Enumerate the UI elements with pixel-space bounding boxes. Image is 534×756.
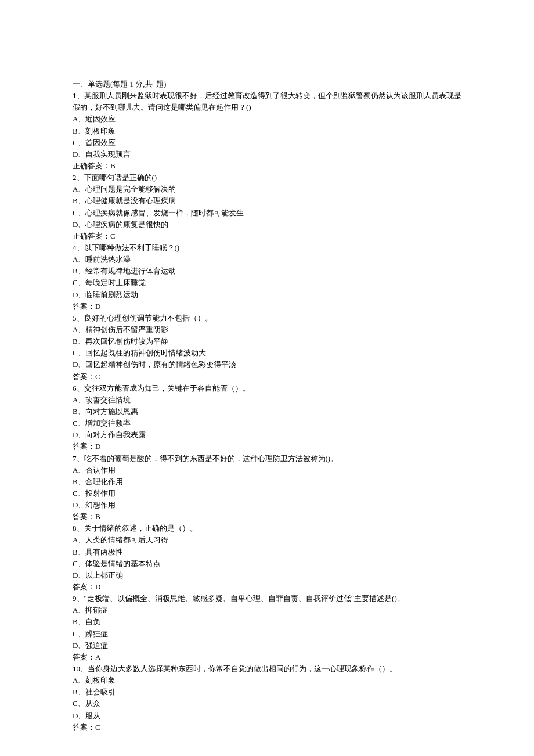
question-stem: 9、"走极端、以偏概全、消极思维、敏感多疑、自卑心理、自罪自责、自我评价过低"主… (73, 593, 461, 604)
question-answer: 答案：C (73, 722, 461, 733)
question-stem: 1、某服刑人员刚来监狱时表现很不好，后经过教育改造得到了很大转变，但个别监狱警察… (73, 90, 461, 113)
question-answer: 答案：C (73, 371, 461, 383)
question-option: A、睡前洗热水澡 (73, 254, 461, 265)
question-option: D、幻想作用 (73, 499, 461, 511)
question-option: A、刻板印象 (73, 675, 461, 686)
question-option: B、具有两极性 (73, 546, 461, 558)
question-option: C、从众 (73, 698, 461, 710)
question-option: C、增加交往频率 (73, 417, 461, 429)
question-option: C、投射作用 (73, 488, 461, 499)
question-option: C、体验是情绪的基本特点 (73, 558, 461, 570)
question-option: A、精神创伤后不留严重阴影 (73, 324, 461, 336)
question-answer: 正确答案：C (73, 231, 461, 242)
question-option: D、强迫症 (73, 640, 461, 651)
question-option: D、回忆起精神创伤时，原有的情绪色彩变得平淡 (73, 359, 461, 370)
question-option: B、社会吸引 (73, 686, 461, 698)
question-stem: 10、当你身边大多数人选择某种东西时，你常不自觉的做出相同的行为，这一心理现象称… (73, 663, 461, 675)
question-option: C、躁狂症 (73, 628, 461, 640)
question-answer: 答案：D (73, 301, 461, 312)
question-option: A、心理问题是完全能够解决的 (73, 183, 461, 195)
section-header: 一、单选题(每题 1 分,共 题) (73, 78, 461, 90)
question-answer: 正确答案：B (73, 160, 461, 172)
question-option: C、心理疾病就像感冒、发烧一样，随时都可能发生 (73, 207, 461, 219)
question-answer: 答案：D (73, 441, 461, 452)
question-stem: 4、以下哪种做法不利于睡眠？() (73, 242, 461, 254)
question-stem: 7、吃不着的葡萄是酸的，得不到的东西是不好的，这种心理防卫方法被称为()。 (73, 453, 461, 465)
question-option: A、人类的情绪都可后天习得 (73, 534, 461, 546)
question-option: A、改善交往情境 (73, 394, 461, 406)
question-answer: 答案：D (73, 581, 461, 593)
document-root: 一、单选题(每题 1 分,共 题)1、某服刑人员刚来监狱时表现很不好，后经过教育… (73, 78, 461, 733)
question-option: D、向对方作自我表露 (73, 429, 461, 441)
question-option: C、首因效应 (73, 137, 461, 149)
question-option: B、刻板印象 (73, 125, 461, 137)
question-option: D、临睡前剧烈运动 (73, 289, 461, 301)
question-option: C、回忆起既往的精神创伤时情绪波动大 (73, 347, 461, 359)
question-option: B、经常有规律地进行体育运动 (73, 265, 461, 277)
question-option: D、自我实现预言 (73, 149, 461, 160)
question-option: C、每晚定时上床睡觉 (73, 277, 461, 289)
question-option: B、合理化作用 (73, 476, 461, 488)
question-stem: 8、关于情绪的叙述，正确的是（）。 (73, 523, 461, 534)
question-option: D、服从 (73, 710, 461, 722)
question-option: A、抑郁症 (73, 604, 461, 616)
question-stem: 6、交往双方能否成为知己，关键在于各自能否（）。 (73, 383, 461, 394)
question-option: D、以上都正确 (73, 570, 461, 581)
question-option: B、自负 (73, 616, 461, 628)
question-answer: 答案：B (73, 511, 461, 523)
question-stem: 2、下面哪句话是正确的() (73, 172, 461, 183)
question-option: B、再次回忆创伤时较为平静 (73, 336, 461, 347)
question-option: A、否认作用 (73, 465, 461, 476)
question-option: B、心理健康就是没有心理疾病 (73, 195, 461, 207)
question-stem: 5、良好的心理创伤调节能力不包括（）。 (73, 312, 461, 324)
question-option: A、近因效应 (73, 113, 461, 125)
question-option: B、向对方施以恩惠 (73, 406, 461, 417)
question-answer: 答案：A (73, 651, 461, 663)
question-option: D、心理疾病的康复是很快的 (73, 219, 461, 231)
